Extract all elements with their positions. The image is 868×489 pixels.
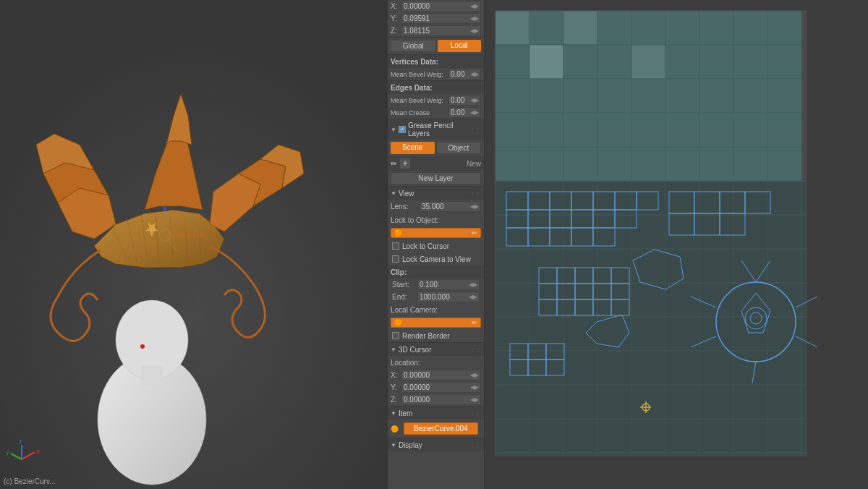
svg-rect-70	[563, 113, 597, 147]
display-section-header[interactable]: ▼ Display ⋮⋮	[388, 438, 484, 451]
svg-rect-71	[597, 113, 631, 147]
x-field[interactable]: 0.00000 ◀▶	[401, 1, 481, 12]
z-label: Z:	[391, 27, 401, 35]
svg-rect-69	[529, 113, 563, 147]
item-section-header[interactable]: ▼ Item ⋮⋮	[388, 407, 484, 420]
svg-rect-65	[699, 79, 733, 113]
render-border-checkbox[interactable]	[392, 332, 399, 339]
display-dots: ⋮⋮	[469, 442, 481, 448]
cz-label: Z:	[391, 396, 401, 404]
location-3d-label: Location:	[391, 359, 481, 367]
clip-end-row: End: 1000.000 ◀▶	[388, 291, 484, 303]
cz-field[interactable]: 0.00000 ◀▶	[401, 394, 481, 405]
uv-editor[interactable]	[485, 0, 868, 489]
svg-rect-42	[529, 11, 563, 45]
mean-bevel-e-label: Mean Bevel Weig:	[391, 97, 448, 104]
svg-text:Y: Y	[6, 450, 10, 456]
bezier-icon: 🟠	[391, 425, 399, 433]
end-field[interactable]: 1000.000 ◀▶	[417, 292, 480, 302]
new-layer-button[interactable]: New Layer	[391, 172, 481, 184]
lens-row: Lens: 35.000 ◀▶	[388, 200, 484, 213]
svg-rect-73	[665, 113, 699, 147]
mean-bevel-e-field[interactable]: 0.00 ◀▶	[448, 95, 481, 106]
lock-camera-checkbox[interactable]	[392, 255, 399, 263]
svg-rect-64	[665, 79, 699, 113]
svg-rect-56	[699, 45, 733, 79]
svg-rect-54	[631, 45, 665, 79]
y-label: Y:	[391, 14, 401, 22]
local-cam-icon: 🟠	[394, 319, 402, 326]
local-cam-pencil: ✏	[472, 319, 477, 326]
pencil-icon: ✏	[391, 159, 397, 169]
cy-row: Y: 0.00000 ◀▶	[388, 381, 484, 394]
object-tab[interactable]: Object	[436, 142, 482, 154]
cursor-3d-header[interactable]: ▼ 3D Cursor ⋮⋮	[388, 343, 484, 356]
viewport-3d[interactable]: Z X Y (c) BezierCurv...	[0, 0, 387, 489]
svg-rect-78	[529, 147, 563, 181]
cy-field[interactable]: 0.00000 ◀▶	[401, 382, 481, 393]
svg-rect-67	[767, 79, 801, 113]
y-coord-row: Y: 0.09591 ◀▶	[388, 12, 484, 25]
svg-rect-86	[495, 181, 807, 456]
lock-camera-label: Lock Camera to View	[402, 255, 471, 263]
clip-start-row: Start: 0.100 ◀▶	[388, 278, 484, 291]
view-dots: ⋮⋮	[469, 190, 481, 197]
svg-rect-47	[699, 11, 733, 45]
lock-obj-pencil: ✏	[472, 229, 477, 237]
item-title: Item	[399, 409, 469, 417]
new-label: New	[413, 160, 481, 168]
svg-rect-51	[529, 45, 563, 79]
cx-field[interactable]: 0.00000 ◀▶	[401, 370, 481, 380]
svg-rect-46	[665, 11, 699, 45]
cursor-3d-title: 3D Cursor	[399, 346, 469, 354]
svg-rect-55	[665, 45, 699, 79]
viewport-label: (c) BezierCurv...	[4, 477, 56, 485]
location-section: X: 0.00000 ◀▶ Y: 0.09591 ◀▶ Z: 1.08115 ◀…	[388, 0, 484, 38]
grease-checkbox[interactable]: ✓	[399, 126, 406, 133]
location-3d-row: Location:	[388, 356, 484, 369]
svg-rect-59	[495, 79, 529, 113]
lens-label: Lens:	[391, 203, 420, 211]
cx-label: X:	[391, 371, 401, 379]
grease-pencil-header[interactable]: ▼ ✓ Grease Pencil Layers ⋮⋮	[388, 119, 484, 140]
local-camera-field[interactable]: 🟠 ✏	[391, 318, 481, 328]
svg-rect-58	[767, 45, 801, 79]
lock-camera-row: Lock Camera to View	[388, 252, 484, 265]
svg-rect-81	[631, 147, 665, 181]
global-tab[interactable]: Global	[391, 40, 436, 52]
svg-rect-61	[563, 79, 597, 113]
lock-object-field[interactable]: 🟠 ✏	[391, 228, 481, 238]
mean-crease-field[interactable]: 0.00 ◀▶	[448, 107, 481, 118]
bezier-field[interactable]: BezierCurve.004	[404, 422, 478, 435]
svg-rect-85	[767, 147, 801, 181]
svg-rect-74	[699, 113, 733, 147]
y-field[interactable]: 0.09591 ◀▶	[401, 13, 481, 24]
view-section-header[interactable]: ▼ View ⋮⋮	[388, 187, 484, 200]
svg-rect-63	[631, 79, 665, 113]
grease-pencil-dots: ⋮⋮	[469, 127, 481, 133]
svg-rect-82	[665, 147, 699, 181]
edges-data-header: Edges Data:	[388, 81, 484, 94]
svg-rect-66	[733, 79, 767, 113]
svg-rect-41	[495, 11, 529, 45]
display-title: Display	[399, 441, 469, 449]
add-layer-button[interactable]: +	[399, 158, 411, 169]
svg-text:Z: Z	[19, 438, 22, 445]
svg-rect-53	[597, 45, 631, 79]
local-camera-field-row: 🟠 ✏	[388, 316, 484, 329]
lock-cursor-label: Lock to Cursor	[402, 242, 449, 250]
clip-header: Clip:	[388, 265, 484, 278]
z-field[interactable]: 1.08115 ◀▶	[401, 25, 481, 36]
lock-cursor-row: Lock to Cursor	[388, 239, 484, 252]
svg-text:X: X	[36, 448, 41, 455]
lens-field[interactable]: 35.000 ◀▶	[420, 201, 481, 212]
item-dots: ⋮⋮	[469, 410, 481, 417]
scene-tab[interactable]: Scene	[391, 142, 435, 154]
cz-row: Z: 0.00000 ◀▶	[388, 394, 484, 406]
view-section-title: View	[399, 190, 469, 197]
lock-cursor-checkbox[interactable]	[392, 242, 399, 250]
start-field[interactable]: 0.100 ◀▶	[417, 279, 480, 290]
local-tab[interactable]: Local	[438, 40, 482, 52]
svg-rect-72	[631, 113, 665, 147]
mean-bevel-v-field[interactable]: 0.00 ◀▶	[448, 69, 481, 80]
